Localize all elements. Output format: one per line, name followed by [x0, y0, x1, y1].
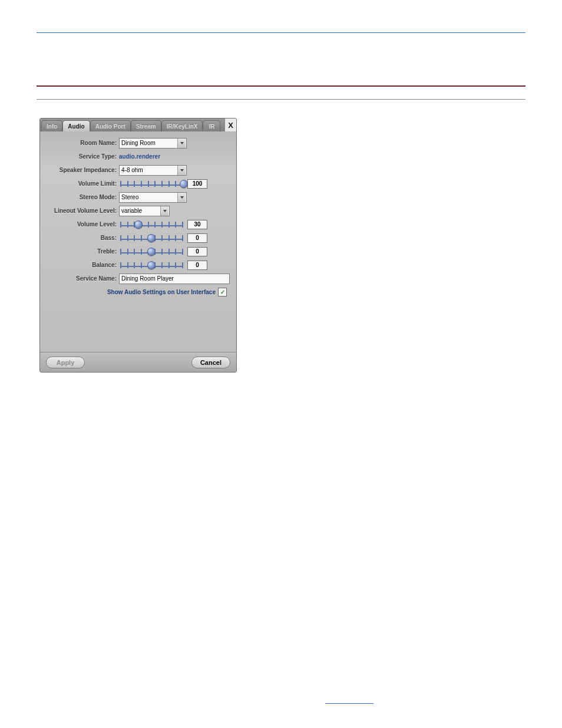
treble-value[interactable]: 0 — [187, 247, 207, 256]
row-lineout-volume-level: Lineout Volume Level: variable — [44, 204, 230, 218]
volume-limit-slider[interactable] — [119, 179, 184, 189]
row-balance: Balance: 0 — [44, 258, 230, 272]
speaker-impedance-value: 4-8 ohm — [121, 167, 143, 173]
chevron-down-icon — [160, 206, 168, 216]
label-volume-level: Volume Level: — [44, 221, 119, 228]
room-name-value: Dining Room — [121, 140, 156, 146]
stereo-mode-value: Stereo — [121, 194, 138, 200]
tab-audio-port[interactable]: Audio Port — [90, 120, 131, 131]
slider-thumb[interactable] — [147, 234, 156, 242]
service-type-value: audio.renderer — [119, 153, 160, 160]
audio-settings-dialog: Info Audio Audio Port Stream IR/KeyLinX … — [39, 118, 237, 373]
row-service-type: Service Type: audio.renderer — [44, 150, 230, 163]
row-speaker-impedance: Speaker Impedance: 4-8 ohm — [44, 163, 230, 177]
balance-value[interactable]: 0 — [187, 261, 207, 270]
row-service-name: Service Name: — [44, 272, 230, 285]
lineout-volume-level-value: variable — [121, 207, 142, 214]
slider-thumb[interactable] — [147, 261, 156, 269]
row-stereo-mode: Stereo Mode: Stereo — [44, 190, 230, 204]
label-volume-limit: Volume Limit: — [44, 180, 119, 187]
volume-limit-value[interactable]: 100 — [187, 179, 207, 189]
room-name-select[interactable]: Dining Room — [119, 138, 187, 149]
chevron-down-icon — [177, 139, 186, 148]
chevron-down-icon — [177, 166, 186, 175]
dialog-tabs: Info Audio Audio Port Stream IR/KeyLinX … — [40, 118, 236, 131]
row-show-audio: Show Audio Settings on User Interface ✓ — [44, 288, 230, 297]
speaker-impedance-select[interactable]: 4-8 ohm — [119, 165, 187, 176]
section-rule-1 — [37, 85, 525, 87]
header-divider — [37, 32, 525, 33]
row-volume-limit: Volume Limit: 100 — [44, 177, 230, 190]
volume-level-value[interactable]: 30 — [187, 220, 207, 229]
tab-stream[interactable]: Stream — [131, 120, 161, 131]
tab-info[interactable]: Info — [41, 120, 62, 131]
row-room-name: Room Name: Dining Room — [44, 136, 230, 150]
label-balance: Balance: — [44, 262, 119, 268]
button-bar: Apply Cancel — [40, 352, 236, 372]
section-rule-2 — [37, 99, 525, 100]
label-treble: Treble: — [44, 248, 119, 255]
label-speaker-impedance: Speaker Impedance: — [44, 167, 119, 173]
volume-level-slider[interactable] — [119, 219, 184, 230]
row-volume-level: Volume Level: 30 — [44, 218, 230, 231]
label-bass: Bass: — [44, 235, 119, 241]
stereo-mode-select[interactable]: Stereo — [119, 192, 187, 203]
slider-thumb[interactable] — [180, 180, 188, 188]
chevron-down-icon — [177, 193, 186, 202]
tab-ir[interactable]: IR — [203, 120, 220, 131]
bass-value[interactable]: 0 — [187, 233, 207, 243]
label-show-audio: Show Audio Settings on User Interface — [107, 289, 216, 295]
label-room-name: Room Name: — [44, 140, 119, 146]
close-button[interactable]: X — [224, 118, 236, 131]
label-service-type: Service Type: — [44, 153, 119, 160]
slider-thumb[interactable] — [134, 220, 143, 229]
balance-slider[interactable] — [119, 260, 184, 271]
service-name-input[interactable] — [119, 274, 230, 284]
lineout-volume-level-select[interactable]: variable — [119, 206, 170, 216]
bass-slider[interactable] — [119, 233, 184, 243]
row-bass: Bass: 0 — [44, 231, 230, 245]
tab-audio[interactable]: Audio — [62, 120, 90, 131]
label-stereo-mode: Stereo Mode: — [44, 194, 119, 200]
row-treble: Treble: 0 — [44, 245, 230, 258]
show-audio-checkbox[interactable]: ✓ — [218, 288, 227, 297]
label-service-name: Service Name: — [44, 275, 119, 282]
slider-thumb[interactable] — [147, 248, 156, 256]
tab-ir-keylinx[interactable]: IR/KeyLinX — [161, 120, 203, 131]
apply-button[interactable]: Apply — [46, 357, 85, 368]
label-lineout-volume-level: Lineout Volume Level: — [44, 207, 119, 214]
footer-link[interactable] — [325, 698, 373, 704]
cancel-button[interactable]: Cancel — [191, 357, 230, 368]
treble-slider[interactable] — [119, 246, 184, 257]
form-area: Room Name: Dining Room Service Type: aud… — [40, 131, 236, 300]
